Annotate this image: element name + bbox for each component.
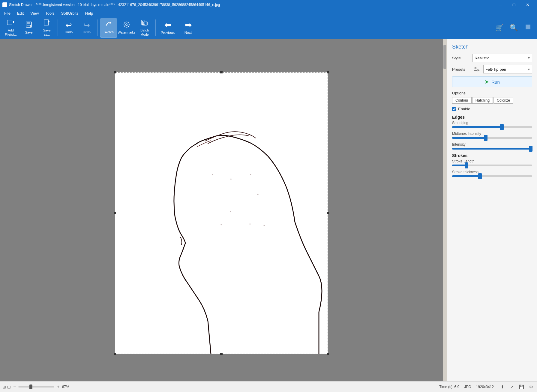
smudging-slider-track[interactable] xyxy=(452,126,532,128)
scroll-thumb-vertical[interactable] xyxy=(443,45,446,69)
watermarks-button[interactable]: Watermarks xyxy=(118,18,135,37)
save-button[interactable]: Save xyxy=(20,18,37,37)
stroke-length-slider-thumb[interactable] xyxy=(465,162,468,168)
next-arrow-icon: ➡ xyxy=(185,21,192,29)
search-button[interactable]: 🔍 xyxy=(507,18,520,37)
style-select[interactable]: Realistic xyxy=(472,54,532,62)
handle-mid-right[interactable] xyxy=(327,212,329,214)
panel-title: Sketch xyxy=(452,44,532,50)
svg-rect-13 xyxy=(144,22,147,25)
save-label: Save xyxy=(25,31,32,34)
info-icon[interactable]: ℹ xyxy=(499,383,506,391)
strokes-header: Strokes xyxy=(452,153,532,158)
zoom-slider-thumb[interactable] xyxy=(29,385,32,389)
options-label: Options xyxy=(452,91,532,95)
menu-bar: File Edit View Tools SoftOrbits Help xyxy=(0,10,537,17)
stroke-thickness-label: Stroke thickness xyxy=(452,170,532,174)
sketch-canvas xyxy=(115,72,328,354)
stroke-thickness-slider-thumb[interactable] xyxy=(478,173,482,179)
zoom-out-button[interactable]: − xyxy=(12,384,17,390)
handle-mid-left[interactable] xyxy=(114,212,116,214)
zoom-slider-track[interactable] xyxy=(18,386,54,388)
menu-view[interactable]: View xyxy=(27,10,42,16)
handle-top-right[interactable] xyxy=(327,71,329,73)
add-file-icon xyxy=(7,19,15,27)
time-label: Time (s): 6.9 xyxy=(439,385,459,389)
save-status-icon[interactable]: 💾 xyxy=(518,383,525,391)
tab-hatching[interactable]: Hatching xyxy=(472,97,493,104)
actual-size-icon[interactable]: ⊡ xyxy=(7,385,11,389)
midtones-label: Midtones Intensity xyxy=(452,132,532,136)
handle-top-left[interactable] xyxy=(114,71,116,73)
redo-button[interactable]: ↪ Redo xyxy=(78,18,95,37)
smudging-slider-fill xyxy=(452,126,502,128)
save-as-label: Save as... xyxy=(43,28,50,36)
intensity-slider-thumb[interactable] xyxy=(529,146,532,152)
style-label: Style xyxy=(452,56,470,60)
handle-bot-left[interactable] xyxy=(114,353,116,355)
maximize-button[interactable]: □ xyxy=(507,0,521,10)
undo-icon: ↩ xyxy=(65,21,72,29)
menu-softorbits[interactable]: SoftOrbits xyxy=(58,10,82,16)
main-layout: Sketch Style Realistic ▼ Presets Felt-Ti… xyxy=(0,39,537,381)
svg-point-22 xyxy=(477,70,479,71)
undo-button[interactable]: ↩ Undo xyxy=(60,18,77,37)
intensity-label: Intensity xyxy=(452,142,532,147)
vertical-scrollbar[interactable] xyxy=(443,39,447,381)
handle-bot-center[interactable] xyxy=(220,353,223,355)
about-button[interactable] xyxy=(521,18,535,37)
intensity-slider-track[interactable] xyxy=(452,148,532,150)
share-icon[interactable]: ↗ xyxy=(508,383,515,391)
svg-rect-16 xyxy=(528,25,530,27)
stroke-thickness-slider-row xyxy=(452,175,532,177)
run-button[interactable]: ➤ Run xyxy=(452,76,532,87)
settings-status-icon[interactable]: ⚙ xyxy=(527,383,535,391)
zoom-controls: ⊞ ⊡ − + 67% xyxy=(2,384,69,390)
presets-row: Presets Felt-Tip pen ▼ xyxy=(452,65,532,73)
minimize-button[interactable]: ─ xyxy=(493,0,507,10)
midtones-slider-thumb[interactable] xyxy=(484,135,488,141)
svg-point-10 xyxy=(124,22,129,27)
status-right: Time (s): 6.9 JPG 1920x3412 ℹ ↗ 💾 ⚙ xyxy=(439,383,535,391)
canvas-container xyxy=(115,72,328,354)
svg-rect-7 xyxy=(44,20,49,25)
tab-colorize[interactable]: Colorize xyxy=(494,97,513,104)
midtones-slider-track[interactable] xyxy=(452,137,532,139)
menu-tools[interactable]: Tools xyxy=(42,10,57,16)
next-button[interactable]: ➡ Next xyxy=(178,18,198,37)
enable-checkbox[interactable] xyxy=(452,107,456,111)
sketch-button[interactable]: Sketch xyxy=(100,18,117,37)
options-tabs: Contour Hatching Colorize xyxy=(452,97,532,104)
shop-button[interactable]: 🛒 xyxy=(493,18,506,37)
menu-help[interactable]: Help xyxy=(82,10,96,16)
shop-icon: 🛒 xyxy=(495,24,503,32)
zoom-in-button[interactable]: + xyxy=(56,384,61,390)
handle-bot-right[interactable] xyxy=(327,353,329,355)
smudging-slider-thumb[interactable] xyxy=(500,124,504,130)
stroke-thickness-slider-track[interactable] xyxy=(452,175,532,177)
tab-contour[interactable]: Contour xyxy=(452,97,472,104)
intensity-slider-fill xyxy=(452,148,531,150)
svg-rect-17 xyxy=(526,27,528,29)
add-file-button[interactable]: Add File(s)... xyxy=(2,18,19,37)
stroke-length-slider-row xyxy=(452,165,532,166)
presets-select-wrapper: Felt-Tip pen ▼ xyxy=(483,65,532,73)
stroke-length-label: Stroke Length xyxy=(452,159,532,163)
svg-rect-11 xyxy=(141,20,145,24)
menu-edit[interactable]: Edit xyxy=(14,10,27,16)
presets-select[interactable]: Felt-Tip pen xyxy=(483,65,532,73)
close-button[interactable]: ✕ xyxy=(521,0,535,10)
canvas-area[interactable] xyxy=(0,39,443,381)
menu-file[interactable]: File xyxy=(1,10,14,16)
search-icon: 🔍 xyxy=(510,24,518,32)
stroke-length-slider-track[interactable] xyxy=(452,165,532,166)
presets-adjust-icon[interactable] xyxy=(472,65,481,73)
svg-rect-12 xyxy=(142,21,146,25)
save-as-button[interactable]: Save as... xyxy=(38,18,55,37)
next-label: Next xyxy=(184,31,192,35)
fit-icon[interactable]: ⊞ xyxy=(2,385,6,389)
previous-button[interactable]: ⬅ Previous xyxy=(158,18,177,37)
batch-mode-button[interactable]: Batch Mode xyxy=(136,18,153,37)
handle-top-center[interactable] xyxy=(220,71,223,73)
toolbar: Add File(s)... Save Save as... ↩ Undo ↪ … xyxy=(0,17,537,39)
